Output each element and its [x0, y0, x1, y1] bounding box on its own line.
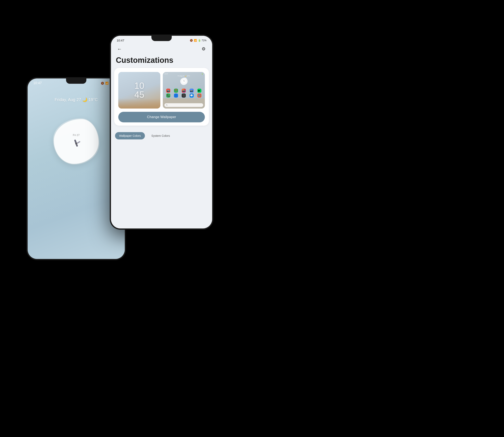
clock-date-label: Fri 27 [73, 134, 79, 137]
bottom-tabs: Wallpaper Colors System Colors [111, 129, 212, 139]
customization-card: 1045 10:47 🔋 Fri Aug 27 🌙 19°C [114, 68, 209, 126]
lock-clock-display: 1045 [134, 81, 144, 99]
home-icons: 🔋 [201, 73, 203, 75]
tab-system-colors[interactable]: System Colors [147, 132, 174, 139]
home-app-icons: 📷 📍 📸 📷 ▶ 📞 👤 ⬛ 💬 🌐 [163, 89, 205, 98]
instagram-app-icon[interactable]: 📸 [182, 89, 186, 93]
dark-app-icon[interactable]: ⬛ [182, 93, 186, 98]
home-screen-preview[interactable]: 10:47 🔋 Fri Aug 27 🌙 19°C 📷 [163, 72, 205, 109]
play-app-icon[interactable]: ▶ [197, 89, 201, 93]
change-wallpaper-button[interactable]: Change Wallpaper [118, 112, 205, 122]
maps-app-icon[interactable]: 📍 [174, 89, 178, 93]
home-search-bar[interactable] [164, 103, 203, 107]
right-mute-icon: 🔕 [190, 39, 193, 42]
icon-row-2: 📞 👤 ⬛ 💬 🌐 [164, 93, 203, 98]
clock-hand-svg [68, 137, 84, 149]
icon-row-1: 📷 📍 📸 📷 ▶ [164, 89, 203, 93]
phone-right-screen: 10:47 🔕 📶 🔋 71% ← ⚙ Customizations 1045 [111, 36, 212, 228]
wallpaper-previews: 1045 10:47 🔋 Fri Aug 27 🌙 19°C [118, 72, 205, 109]
right-wifi-icon: 📶 [194, 39, 197, 42]
right-status-time: 10:47 [117, 39, 124, 42]
right-status-icons: 🔕 📶 🔋 71% [190, 39, 207, 42]
left-status-time: 10:47 [33, 81, 42, 85]
home-status-bar: 10:47 🔋 [163, 72, 205, 75]
right-battery-icon: 🔋 71% [198, 39, 207, 42]
home-time: 10:47 [164, 73, 168, 75]
phone-right: 10:47 🔕 📶 🔋 71% ← ⚙ Customizations 1045 [110, 35, 213, 230]
home-weather: Fri Aug 27 🌙 19°C [163, 75, 205, 77]
right-toolbar: ← ⚙ [111, 42, 212, 54]
messenger-app-icon[interactable]: 💬 [190, 93, 194, 98]
gcam-app-icon[interactable]: 📷 [190, 89, 194, 93]
notch-right [151, 36, 172, 41]
clock-widget: Fri 27 [54, 119, 99, 164]
tab-wallpaper-colors[interactable]: Wallpaper Colors [115, 132, 145, 139]
page-title: Customizations [111, 54, 212, 68]
chrome-app-icon[interactable]: 🌐 [197, 93, 201, 98]
lock-screen-preview[interactable]: 1045 [118, 72, 160, 109]
notch-left [66, 79, 86, 84]
contacts-app-icon[interactable]: 👤 [174, 93, 178, 98]
clock-blob: Fri 27 [54, 119, 99, 164]
svg-line-7 [167, 105, 168, 106]
clock-hand-container [68, 137, 84, 149]
svg-point-6 [166, 104, 167, 106]
settings-button[interactable]: ⚙ [200, 45, 207, 53]
lock-preview-gradient [118, 98, 160, 109]
mute-icon: 🔕 [101, 82, 104, 85]
wifi-icon: 📶 [105, 82, 109, 85]
home-clock-widget [180, 78, 188, 85]
svg-point-2 [75, 143, 77, 144]
phone-app-icon[interactable]: 📞 [166, 93, 170, 98]
back-button[interactable]: ← [116, 45, 123, 53]
search-icon [166, 104, 168, 106]
camera-app-icon[interactable]: 📷 [166, 89, 170, 93]
